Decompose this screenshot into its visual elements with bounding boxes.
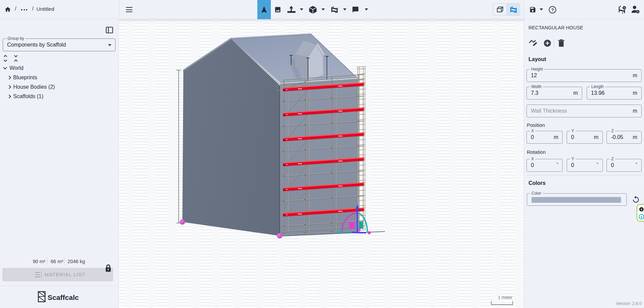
- svg-text:1 meter: 1 meter: [498, 295, 512, 300]
- svg-text:e: e: [641, 215, 643, 219]
- svg-text:?: ?: [551, 7, 554, 12]
